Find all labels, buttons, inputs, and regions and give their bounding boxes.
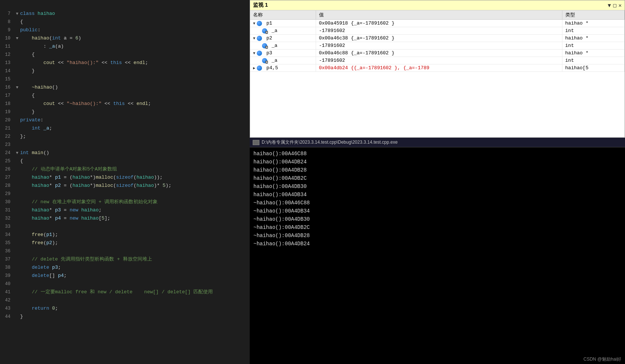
field-icon: a: [262, 43, 267, 48]
line-number: 40: [0, 280, 14, 288]
right-panel: 监视 1 ▼ □ ✕ 名称 值 类型 ▼ p10x00a45918 {_a=-1…: [250, 0, 625, 364]
fold-icon[interactable]: ▼: [14, 34, 20, 42]
code-line: 30 // new 在堆上申请对象空间 + 调用析构函数初始化对象: [0, 198, 250, 206]
fold-icon[interactable]: ▼: [14, 83, 20, 92]
watch-name-cell: ▼ p2: [250, 35, 316, 42]
code-line: 24▼int main(): [0, 149, 250, 157]
line-number: 25: [0, 157, 14, 165]
code-line: 25{: [0, 157, 250, 165]
line-number: 9: [0, 26, 14, 34]
code-line: 14 }: [0, 67, 250, 75]
line-number: 21: [0, 124, 14, 132]
fold-icon[interactable]: ▼: [14, 10, 20, 18]
code-line: 33: [0, 223, 250, 231]
watch-restore-btn[interactable]: □: [613, 2, 616, 8]
line-number: 12: [0, 51, 14, 59]
line-number: 35: [0, 239, 14, 247]
col-type: 类型: [562, 10, 624, 20]
line-number: 29: [0, 190, 14, 198]
code-text: // new 在堆上申请对象空间 + 调用析构函数初始化对象: [20, 198, 250, 206]
code-text: {: [20, 51, 250, 59]
console-line: haihao():00A4DB24: [253, 158, 621, 166]
line-number: 33: [0, 223, 14, 231]
code-text: : _a(a): [20, 42, 250, 51]
code-line: 29: [0, 190, 250, 198]
code-line: 42: [0, 296, 250, 304]
watch-dropdown-btn[interactable]: ▼: [608, 2, 611, 8]
code-line: 15: [0, 75, 250, 83]
console-line: ~haihao():00A46C88: [253, 199, 621, 207]
code-text: free(p1);: [20, 231, 250, 239]
console-title: D:\内卷专属文件夹\2023.3.14.test.cpp\Debug\2023…: [262, 139, 398, 146]
code-text: haihao* p2 = (haihao*)malloc(sizeof(haih…: [20, 182, 250, 190]
line-number: 30: [0, 198, 14, 206]
line-number: 7: [0, 10, 14, 18]
code-line: [0, 1, 250, 10]
code-line: 7▼class haihao: [0, 10, 250, 18]
watch-title: 监视 1: [253, 2, 268, 9]
code-line: 37 // delete 先调用指针类型析构函数 + 释放空间堆上: [0, 255, 250, 264]
code-text: free(p2);: [20, 239, 250, 247]
watch-value-cell: 0x00a45918 {_a=-17891602 }: [316, 20, 562, 27]
code-text: }: [20, 313, 250, 321]
code-line: 40: [0, 280, 250, 288]
console-line: ~haihao():00A4DB24: [253, 240, 621, 248]
console-line: haihao():00A4DB28: [253, 166, 621, 174]
line-number: 32: [0, 214, 14, 223]
code-text: delete p3;: [20, 264, 250, 272]
watch-name-cell: ▶ p4,5: [250, 64, 316, 72]
object-icon: [257, 21, 262, 26]
object-icon: [257, 36, 262, 41]
code-text: {: [20, 92, 250, 100]
console-line: haihao():00A4DB30: [253, 182, 621, 191]
code-line: 13 cout << "haihao():" << this << endl;: [0, 59, 250, 67]
watch-close-btn[interactable]: ✕: [619, 2, 622, 8]
code-line: 27 haihao* p1 = (haihao*)malloc(sizeof(h…: [0, 173, 250, 182]
watch-value-cell: 0x00a46c88 {_a=-17891602 }: [316, 50, 562, 57]
code-text: delete[] p4;: [20, 272, 250, 280]
line-number: 23: [0, 141, 14, 149]
watch-type-cell: haihao *: [562, 20, 624, 27]
fold-icon[interactable]: ▼: [14, 149, 20, 157]
code-line: 44}: [0, 313, 250, 321]
watch-type-cell: haihao[5: [562, 64, 624, 72]
field-icon: a: [262, 58, 267, 63]
code-line: 43 return 0;: [0, 304, 250, 313]
line-number: 10: [0, 34, 14, 42]
code-text: ~haihao(): [20, 83, 250, 92]
watch-type-cell: int: [562, 42, 624, 50]
line-number: 26: [0, 165, 14, 173]
code-text: // 动态申请单个A对象和5个A对象数组: [20, 165, 250, 173]
watch-type-cell: haihao *: [562, 35, 624, 42]
watch-value-cell: -17891602: [316, 57, 562, 64]
line-number: 20: [0, 116, 14, 124]
watch-table-header: 名称 值 类型: [250, 10, 625, 20]
code-line: 22};: [0, 132, 250, 141]
line-number: 43: [0, 304, 14, 313]
line-number: 42: [0, 296, 14, 304]
line-number: 38: [0, 264, 14, 272]
line-number: 17: [0, 92, 14, 100]
code-line: 41 // 一定要malloc free 和 new / delete new[…: [0, 288, 250, 296]
line-number: 16: [0, 83, 14, 92]
watch-type-cell: int: [562, 27, 624, 35]
code-text: private:: [20, 116, 250, 124]
code-text: haihao* p3 = new haihao;: [20, 206, 250, 214]
code-line: 19 }: [0, 108, 250, 116]
line-number: 13: [0, 59, 14, 67]
code-panel: 7▼class haihao8{9public:10▼ haihao(int a…: [0, 0, 250, 364]
code-line: 21 int _a;: [0, 124, 250, 132]
line-number: 15: [0, 75, 14, 83]
code-line: 16▼ ~haihao(): [0, 83, 250, 92]
code-text: return 0;: [20, 304, 250, 313]
table-row: ▼ p10x00a45918 {_a=-17891602 }haihao *: [250, 20, 625, 27]
code-line: 36: [0, 247, 250, 255]
watch-name-cell: ▼ p1: [250, 20, 316, 27]
code-text: public:: [20, 26, 250, 34]
table-row: ▼ p20x00a46c38 {_a=-17891602 }haihao *: [250, 35, 625, 42]
code-line: 35 free(p2);: [0, 239, 250, 247]
code-text: int main(): [20, 149, 250, 157]
watch-name-cell: ▼ p3: [250, 50, 316, 57]
line-number: 31: [0, 206, 14, 214]
console-line: ~haihao():00A4DB2C: [253, 223, 621, 232]
